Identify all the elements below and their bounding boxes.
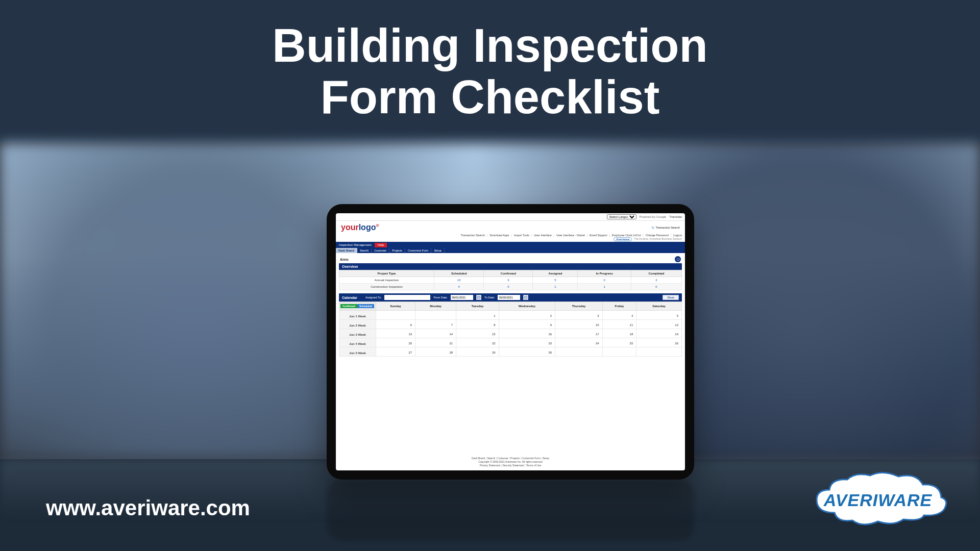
tab-dash-board[interactable]: Dash Board bbox=[336, 248, 357, 253]
footer-link[interactable]: Dash Board bbox=[472, 457, 487, 460]
refresh-button[interactable] bbox=[675, 256, 681, 262]
title-band: Building Inspection Form Checklist bbox=[0, 0, 980, 143]
from-date-picker[interactable] bbox=[476, 295, 481, 300]
calendar-day-cell[interactable]: 22 bbox=[456, 338, 499, 347]
tab-projects[interactable]: Projects bbox=[389, 248, 405, 253]
calendar-day-cell[interactable]: 23 bbox=[499, 338, 555, 347]
app-footer: Dash BoardSearchCustomerProjectsCustomiz… bbox=[336, 457, 685, 467]
overview-cell[interactable]: 0 bbox=[578, 277, 631, 284]
footer-legal-link[interactable]: Terms of Use bbox=[526, 464, 541, 467]
calendar-day-cell[interactable]: 21 bbox=[415, 338, 456, 347]
footer-legal-link[interactable]: Privacy Statement bbox=[480, 464, 503, 467]
calendar-day-cell[interactable]: 19 bbox=[636, 329, 682, 338]
brand-badge: Averiware bbox=[614, 237, 632, 241]
user-row: Annu bbox=[339, 255, 682, 263]
tab-customer[interactable]: Customer bbox=[372, 248, 389, 253]
overview-cell[interactable]: 1 bbox=[533, 284, 578, 290]
calendar-day-header: Thursday bbox=[555, 302, 603, 311]
calendar-day-header: Sunday bbox=[376, 302, 415, 311]
overview-col: Completed bbox=[631, 270, 681, 277]
calendar-day-cell[interactable]: 5 bbox=[636, 311, 682, 320]
overview-cell[interactable]: 3 bbox=[484, 277, 533, 284]
calendar-day-cell[interactable] bbox=[415, 311, 456, 320]
overview-header: Overview bbox=[339, 263, 682, 270]
translate-link[interactable]: Translate bbox=[669, 215, 682, 218]
nav-help[interactable]: Help bbox=[375, 243, 387, 247]
brand-tagline: The Anytime, Anywhere Business Solution bbox=[634, 237, 682, 241]
top-link[interactable]: User Interface bbox=[534, 234, 552, 237]
calendar-day-cell[interactable]: 2 bbox=[499, 311, 555, 320]
tab-search[interactable]: Search bbox=[357, 248, 372, 253]
top-link[interactable]: Import Tools bbox=[514, 234, 529, 237]
calendar-title: Calendar bbox=[342, 296, 357, 299]
calendar-day-cell[interactable]: 18 bbox=[602, 329, 636, 338]
calendar-day-cell[interactable]: 7 bbox=[415, 320, 456, 329]
overview-cell[interactable]: 1 bbox=[578, 284, 631, 290]
top-link[interactable]: Download Apps bbox=[489, 234, 509, 237]
overview-cell[interactable]: 10 bbox=[434, 277, 484, 284]
calendar-icon bbox=[477, 296, 480, 299]
calendar-day-cell[interactable] bbox=[636, 347, 682, 357]
overview-cell[interactable]: 2 bbox=[631, 277, 681, 284]
overview-cell[interactable]: 0 bbox=[631, 284, 681, 290]
calendar-day-cell[interactable] bbox=[376, 311, 415, 320]
calendar-day-cell[interactable]: 1 bbox=[456, 311, 499, 320]
calendar-day-cell[interactable]: 17 bbox=[555, 329, 603, 338]
calendar-day-cell[interactable]: 11 bbox=[602, 320, 636, 329]
calendar-day-cell[interactable]: 15 bbox=[456, 329, 499, 338]
calendar-day-cell[interactable]: 13 bbox=[376, 329, 415, 338]
calendar-day-cell[interactable]: 3 bbox=[555, 311, 603, 320]
top-link[interactable]: User Interface - Global bbox=[556, 234, 584, 237]
tab-setup[interactable]: Setup bbox=[431, 248, 444, 253]
calendar-day-cell[interactable]: 9 bbox=[499, 320, 555, 329]
calendar-day-cell[interactable]: 6 bbox=[376, 320, 415, 329]
calendar-legend-cell: ConfirmedScheduled bbox=[339, 302, 376, 311]
footer-legal-link[interactable]: Security Statement bbox=[502, 464, 526, 467]
calendar-day-cell[interactable]: 20 bbox=[376, 338, 415, 347]
top-link[interactable]: Transaction Search bbox=[460, 234, 485, 237]
calendar-day-cell[interactable]: 10 bbox=[555, 320, 603, 329]
calendar-day-cell[interactable]: 30 bbox=[499, 347, 555, 357]
overview-cell[interactable]: 5 bbox=[533, 277, 578, 284]
nav-module[interactable]: Inspection Management bbox=[336, 243, 375, 247]
footer-link[interactable]: Customer bbox=[497, 457, 510, 460]
to-date-input[interactable] bbox=[498, 295, 520, 300]
search-icon bbox=[651, 226, 655, 230]
site-url: www.averiware.com bbox=[46, 496, 250, 520]
footer-link[interactable]: Projects bbox=[510, 457, 522, 460]
calendar-day-cell[interactable]: 27 bbox=[376, 347, 415, 357]
calendar-week-label: Jun 3 Week bbox=[339, 329, 376, 338]
overview-row-label: Construction Inspection bbox=[339, 284, 434, 290]
footer-link[interactable]: Customize Form bbox=[522, 457, 543, 460]
calendar-day-cell[interactable]: 25 bbox=[602, 338, 636, 347]
calendar-grid: ConfirmedScheduledSundayMondayTuesdayWed… bbox=[339, 302, 682, 357]
top-link[interactable]: Employee Clock In/Out bbox=[612, 234, 641, 237]
calendar-day-cell[interactable]: 12 bbox=[636, 320, 682, 329]
title-line1: Building Inspection bbox=[272, 19, 708, 71]
calendar-day-cell[interactable]: 14 bbox=[415, 329, 456, 338]
calendar-day-cell[interactable] bbox=[555, 347, 603, 357]
overview-cell[interactable]: 4 bbox=[434, 284, 484, 290]
calendar-day-header: Monday bbox=[415, 302, 456, 311]
overview-cell[interactable]: 0 bbox=[484, 284, 533, 290]
calendar-day-cell[interactable]: 16 bbox=[499, 329, 555, 338]
tab-customize-form[interactable]: Customize Form bbox=[405, 248, 431, 253]
footer-link[interactable]: Search bbox=[487, 457, 497, 460]
calendar-day-cell[interactable]: 4 bbox=[602, 311, 636, 320]
calendar-day-cell[interactable]: 26 bbox=[636, 338, 682, 347]
top-link[interactable]: Email Support bbox=[590, 234, 607, 237]
quick-search[interactable]: Transaction Search bbox=[651, 226, 680, 230]
from-date-input[interactable] bbox=[451, 295, 473, 300]
calendar-day-cell[interactable]: 29 bbox=[456, 347, 499, 357]
calendar-day-cell[interactable] bbox=[602, 347, 636, 357]
calendar-day-cell[interactable]: 28 bbox=[415, 347, 456, 357]
calendar-day-cell[interactable]: 24 bbox=[555, 338, 603, 347]
footer-link[interactable]: Setup bbox=[543, 457, 549, 460]
to-date-picker[interactable] bbox=[523, 295, 528, 300]
assigned-to-input[interactable] bbox=[384, 295, 430, 300]
top-link[interactable]: Logout bbox=[673, 234, 682, 237]
calendar-day-cell[interactable]: 8 bbox=[456, 320, 499, 329]
show-button[interactable]: Show bbox=[663, 295, 679, 300]
top-link[interactable]: Change Password bbox=[646, 234, 669, 237]
language-select[interactable]: Select Language bbox=[607, 214, 636, 219]
